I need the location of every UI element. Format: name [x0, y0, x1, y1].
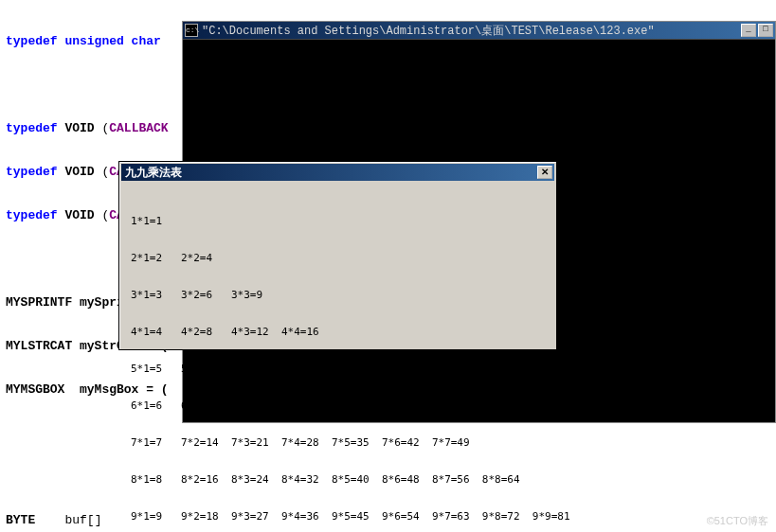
mtable-row: 3*1=3 3*2=6 3*3=9	[131, 289, 545, 301]
mtable-row: 5*1=5 5*2=10 5*3=15 5*4=20 5*5=25	[131, 363, 545, 375]
kw-typedef: typedef unsigned char	[6, 34, 161, 48]
dialog-title: 九九乘法表	[125, 165, 537, 181]
mtable-row: 6*1=6 6*2=12 6*3=18 6*4=24 6*5=30 6*6=36	[131, 399, 545, 412]
mtable-row: 7*1=7 7*2=14 7*3=21 7*4=28 7*5=35 7*6=42…	[131, 436, 545, 449]
console-titlebar[interactable]: c:\ "C:\Documents and Settings\Administr…	[183, 22, 775, 40]
mtable-row: 8*1=8 8*2=16 8*3=24 8*4=32 8*5=40 8*6=48…	[131, 473, 545, 486]
dialog-titlebar[interactable]: 九九乘法表 ✕	[121, 164, 554, 181]
mtable-row: 9*1=9 9*2=18 9*3=27 9*4=36 9*5=45 9*6=54…	[131, 510, 545, 523]
mtable-row: 4*1=4 4*2=8 4*3=12 4*4=16	[131, 326, 545, 338]
mtable-row: 1*1=1	[131, 215, 545, 227]
console-title: "C:\Documents and Settings\Administrator…	[202, 23, 739, 39]
maximize-button[interactable]: □	[758, 24, 773, 37]
dialog-content: 1*1=1 2*1=2 2*2=4 3*1=3 3*2=6 3*3=9 4*1=…	[119, 183, 556, 532]
watermark: ©51CTO博客	[707, 514, 768, 528]
cmd-icon: c:\	[185, 24, 198, 37]
mtable-row: 2*1=2 2*2=4	[131, 252, 545, 264]
minimize-button[interactable]: _	[741, 24, 756, 37]
messagebox-dialog: 九九乘法表 ✕ 1*1=1 2*1=2 2*2=4 3*1=3 3*2=6 3*…	[118, 161, 557, 350]
close-icon[interactable]: ✕	[537, 166, 552, 179]
